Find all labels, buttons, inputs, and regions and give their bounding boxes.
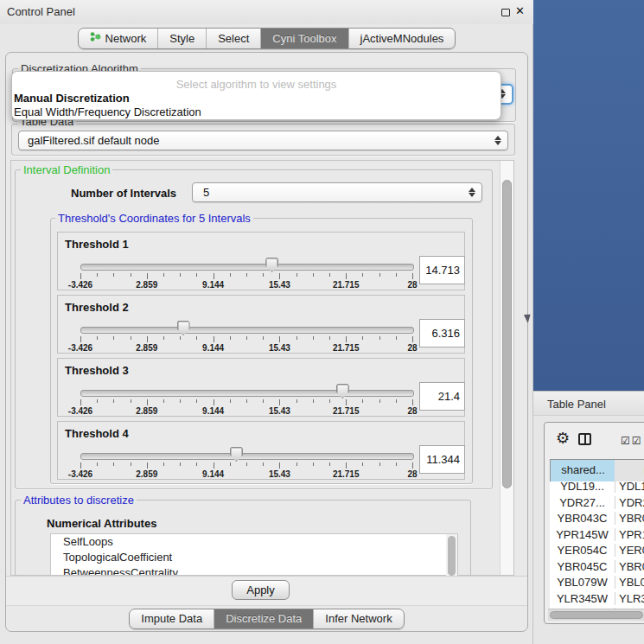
table-row[interactable]: YPR145WYPR1 <box>550 528 644 545</box>
slider-track[interactable] <box>80 453 414 460</box>
slider-tick <box>163 399 164 403</box>
cell-shared-name: YLR345W <box>550 592 615 605</box>
slider-tick <box>131 399 131 403</box>
tab-jactivemnodules[interactable]: jActiveMNodules <box>348 29 456 48</box>
cell-shared-name: YBR043C <box>550 512 615 525</box>
table-row[interactable]: YDL19...YDL1 <box>550 481 644 496</box>
slider-tick <box>113 336 114 340</box>
columns-icon[interactable] <box>578 433 591 445</box>
tab-cyni-toolbox[interactable]: Cyni Toolbox <box>260 29 348 48</box>
tab-infer-network[interactable]: Infer Network <box>313 609 403 628</box>
tick-label: -3.426 <box>63 469 98 479</box>
cell-name: YBL0 <box>619 576 644 589</box>
tick-label: 9.144 <box>196 469 231 479</box>
slider-tick <box>296 336 297 340</box>
threshold-value-field[interactable]: 21.4 <box>419 382 465 411</box>
numerical-attributes-label: Numerical Attributes <box>47 517 156 530</box>
table-data-combobox[interactable]: galFiltered.sif default node <box>18 131 508 150</box>
cell-name: YDR2 <box>619 496 644 509</box>
checkbox-icons[interactable]: ☑☑ <box>621 435 643 447</box>
cell-name: YLR3 <box>619 592 644 605</box>
algorithm-option-manual-discretization[interactable]: Manual Discretization <box>13 92 498 105</box>
slider-tick <box>296 273 297 277</box>
slider-tick <box>329 462 330 466</box>
gear-icon[interactable]: ⚙ <box>556 429 570 448</box>
slider-tick <box>396 462 397 466</box>
slider-tick <box>80 462 81 469</box>
slider-tick <box>379 399 380 403</box>
num-intervals-value: 5 <box>203 186 209 199</box>
slider-tick <box>362 273 363 277</box>
threshold-box-3: Threshold 3-3.4262.8599.14415.4321.71528… <box>57 358 465 417</box>
slider-tick <box>214 273 214 279</box>
float-window-icon[interactable] <box>501 9 510 16</box>
slider-track[interactable] <box>80 327 414 334</box>
tick-label: 15.43 <box>262 280 296 290</box>
vertical-scrollbar-thumb[interactable] <box>502 180 512 488</box>
attribute-item-topologicalcoefficient[interactable]: TopologicalCoefficient <box>51 550 457 565</box>
slider-track[interactable] <box>80 264 414 271</box>
tab-discretize-data[interactable]: Discretize Data <box>214 609 313 628</box>
slider-track[interactable] <box>80 390 414 397</box>
slider-tick <box>246 399 247 403</box>
tab-impute-data[interactable]: Impute Data <box>130 609 214 628</box>
combo-stepper-icon <box>468 187 475 198</box>
tab-label: Select <box>218 32 249 45</box>
num-intervals-combobox[interactable]: 5 <box>192 182 482 202</box>
threshold-label: Threshold 3 <box>65 364 129 377</box>
apply-button[interactable]: Apply <box>232 580 290 600</box>
divider <box>6 605 527 606</box>
table-row[interactable]: YBL079WYBL0 <box>550 576 644 592</box>
attributes-scrollbar-thumb[interactable] <box>448 536 456 576</box>
slider-tick <box>80 273 81 279</box>
slider-tick <box>379 273 380 277</box>
vertical-scrollbar[interactable] <box>500 161 513 575</box>
horizontal-scrollbar-thumb[interactable] <box>550 611 643 619</box>
slider-tick <box>263 336 264 340</box>
table-row[interactable]: YLR345WYLR3 <box>550 592 644 609</box>
table-row[interactable]: YDR27...YDR2 <box>550 496 644 513</box>
threshold-value-field[interactable]: 6.316 <box>419 319 465 348</box>
attribute-item-betweennesscentrality[interactable]: BetweennessCentrality <box>51 565 457 576</box>
tick-label: 2.859 <box>130 343 164 353</box>
control-panel-titlebar: Control Panel ✕ <box>0 0 533 24</box>
slider-tick <box>362 336 363 340</box>
table-row[interactable]: YBR045CYBR0 <box>550 560 644 577</box>
threshold-box-4: Threshold 4-3.4262.8599.14415.4321.71528… <box>57 421 465 480</box>
threshold-value-field[interactable]: 14.713 <box>419 256 465 284</box>
column-header-name[interactable]: n <box>615 459 644 483</box>
slider-tick <box>412 273 413 279</box>
slider-tick <box>131 462 131 466</box>
slider-tick <box>396 399 397 403</box>
slider-tick <box>313 462 314 466</box>
slider-tick <box>362 399 363 403</box>
slider-tick <box>180 273 181 277</box>
thresholds-group-label: Threshold's Coordinates for 5 Intervals <box>55 212 253 225</box>
algorithm-popup: Select algorithm to view settings Manual… <box>11 71 501 120</box>
slider-tick <box>263 399 264 403</box>
table-row[interactable]: YER054CYER0 <box>550 544 644 560</box>
slider-tick <box>329 336 330 340</box>
numerical-attributes-list[interactable]: SelfLoopsTopologicalCoefficientBetweenne… <box>50 533 458 576</box>
tab-style[interactable]: Style <box>157 29 206 48</box>
slider-tick <box>313 336 314 340</box>
network-icon <box>90 31 101 45</box>
column-header-shared-name[interactable]: shared... <box>550 459 616 483</box>
tick-label: -3.426 <box>63 343 98 353</box>
algorithm-option-equal-width-frequency-discretization[interactable]: Equal Width/Frequency Discretization <box>13 105 498 118</box>
slider-tick <box>313 399 314 403</box>
slider-tick <box>214 336 214 342</box>
threshold-value-field[interactable]: 11.344 <box>419 445 465 474</box>
table-row[interactable]: YBR043CYBR0 <box>550 512 644 528</box>
tab-network[interactable]: Network <box>79 29 158 48</box>
slider-tick <box>279 336 280 342</box>
horizontal-scrollbar[interactable] <box>548 609 644 621</box>
slider-tick <box>214 399 214 405</box>
attributes-list-scrollbar[interactable] <box>446 534 457 576</box>
attribute-item-selfloops[interactable]: SelfLoops <box>51 534 457 550</box>
close-icon[interactable]: ✕ <box>515 4 525 17</box>
tab-select[interactable]: Select <box>206 29 260 48</box>
cell-name: YPR1 <box>619 528 644 541</box>
tick-label: 21.715 <box>328 406 363 416</box>
slider-tick <box>246 273 247 277</box>
